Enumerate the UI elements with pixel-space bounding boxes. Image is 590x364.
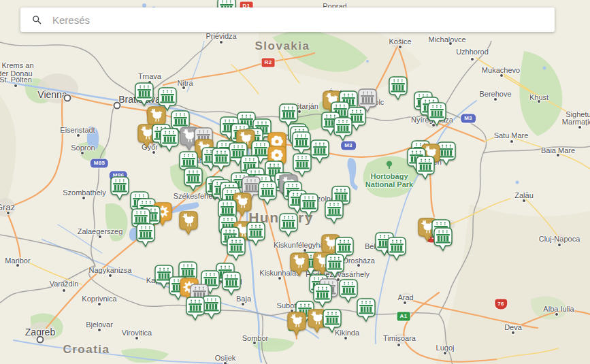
marker-farm[interactable] xyxy=(135,223,156,248)
marker-poultry[interactable] xyxy=(178,211,199,235)
marker-farm[interactable] xyxy=(322,309,342,333)
marker-farm[interactable] xyxy=(291,131,312,156)
marker-farm[interactable] xyxy=(246,222,266,246)
marker-farm[interactable] xyxy=(415,156,436,180)
marker-poultry[interactable] xyxy=(286,312,307,336)
marker-farm[interactable] xyxy=(312,284,333,308)
marker-farm[interactable] xyxy=(134,82,154,107)
map-canvas[interactable]: SlovakiaHungaryCroatiaViennaBratislavaZa… xyxy=(0,0,590,364)
marker-poultry[interactable] xyxy=(289,252,310,277)
search-bar[interactable] xyxy=(20,7,555,32)
marker-farm[interactable] xyxy=(427,102,447,127)
marker-farm[interactable] xyxy=(257,181,278,205)
marker-farm[interactable] xyxy=(324,200,344,225)
search-input[interactable] xyxy=(51,14,555,27)
marker-farm[interactable] xyxy=(433,227,453,252)
marker-farm[interactable] xyxy=(221,271,242,296)
marker-farm[interactable] xyxy=(226,237,246,261)
search-icon xyxy=(31,14,43,26)
marker-farm[interactable] xyxy=(211,148,231,172)
marker-farm[interactable] xyxy=(278,213,299,237)
marker-farm[interactable] xyxy=(185,297,206,321)
marker-farm[interactable] xyxy=(310,139,330,164)
marker-farm[interactable] xyxy=(299,193,319,218)
marker-farm[interactable] xyxy=(388,76,408,101)
marker-farm[interactable] xyxy=(387,237,407,261)
marker-farm[interactable] xyxy=(356,298,376,322)
map-markers-layer xyxy=(0,0,590,364)
marker-farm[interactable] xyxy=(333,117,353,142)
marker-farm[interactable] xyxy=(110,176,130,201)
marker-farm[interactable] xyxy=(159,128,180,152)
marker-farm[interactable] xyxy=(183,167,203,192)
